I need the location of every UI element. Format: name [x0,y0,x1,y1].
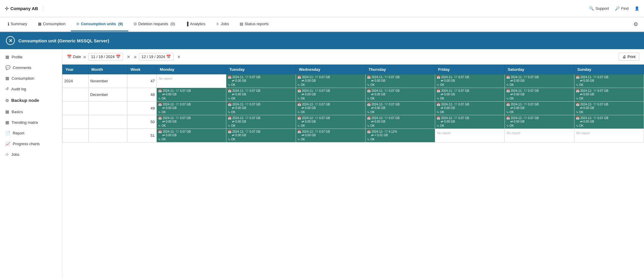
day-cell-tuesday[interactable]: 📅 2024-11- 🛡 0.07 GB ⇄ 0.00 GB ∿ OK [226,88,296,102]
day-cell-sunday[interactable]: 📅 2024-12- 🛡 0.07 GB ⇄ 0.00 GB ∿ OK [574,102,644,115]
day-cell-sunday[interactable]: 📅 2024-12- 🛡 0.07 GB ⇄ 0.00 GB ∿ OK [574,115,644,129]
day-entry: 📅 2024-12- 🛡 0.07 GB ⇄ 0.00 GB ∿ OK [158,116,225,127]
day-cell-monday[interactable]: 📅 2024-11- 🛡 0.07 GB ⇄ 0.00 GB ∿ OK [157,88,226,102]
sidebar-item-trending-matrix[interactable]: ▦ Trending matrix [0,117,62,128]
sidebar-item-profile[interactable]: ▦ Profile [0,52,62,62]
day-entry: 📅 2024-12- 🛡 0.07 GB ⇄ 0.00 GB ∿ OK [576,116,642,127]
day-entry: 📅 2024-11- 🛡 0.07 GB ⇄ 0.00 GB ∿ OK [437,89,503,100]
day-entry: 📅 2024-12- 🛡 6.12% ⇄ < 0.01 GB ∿ OK [367,130,433,141]
cal-icon: 📅 [506,116,510,120]
gb1-icon: 🛡 [594,76,597,79]
date-from-clear[interactable]: ✕ [126,54,132,59]
day-cell-saturday[interactable]: 📅 2024-12- 🛡 0.07 GB ⇄ 0.00 GB ∿ OK [505,115,574,129]
tab-status-reports[interactable]: ▤ Status reports [234,17,274,31]
tab-analytics[interactable]: ▐ Analytics [180,17,211,31]
day-cell-thursday[interactable]: 📅 2024-12- 🛡 0.07 GB ⇄ 0.00 GB ∿ OK [366,115,435,129]
gb1-icon: 🛡 [454,76,457,79]
day-cell-saturday[interactable]: 📅 2024-11- 🛡 0.07 GB ⇄ 0.00 GB ∿ OK [505,88,574,102]
day-entry: 📅 2024-12- 🛡 0.07 GB ⇄ 0.00 GB ∿ OK [297,130,364,141]
support-button[interactable]: 🔍 Support [589,6,609,11]
month-cell: November [88,74,127,88]
sidebar-item-progress-charts[interactable]: 📈 Progress charts [0,138,62,149]
date-from-value: 11 / 19 / 2024 [91,54,115,59]
week-cell: 48 [127,88,157,102]
sidebar-item-comments[interactable]: 💬 Comments [0,62,62,73]
day-cell-wednesday[interactable]: 📅 2024-12- 🛡 0.07 GB ⇄ 0.00 GB ∿ OK [296,115,366,129]
date-to-input[interactable]: 12 / 19 / 2024 📅 [139,53,174,60]
day-entry: 📅 2024-12- 🛡 0.07 GB ⇄ 0.00 GB ∿ OK [576,103,642,114]
date-next-arrow[interactable]: » [134,54,137,60]
day-cell-tuesday[interactable]: 📅 2024-11- 🛡 0.07 GB ⇄ 0.00 GB ∿ OK [226,74,296,88]
day-cell-saturday[interactable]: 📅 2024-11- 🛡 0.07 GB ⇄ 0.00 GB ∿ OK [505,74,574,88]
day-cell-friday[interactable]: 📅 2024-11- 🛡 0.07 GB ⇄ 0.00 GB ∿ OK [435,88,505,102]
basics-icon: ▦ [5,109,9,114]
day-cell-wednesday[interactable]: 📅 2024-12- 🛡 0.07 GB ⇄ 0.00 GB ∿ OK [296,129,366,142]
settings-button[interactable]: ⚙ [630,17,642,31]
tab-consumption-units[interactable]: ⊹ Consumption units (9) [71,17,128,31]
consumption-icon: ▦ [38,22,41,26]
day-cell-sunday[interactable]: 📅 2024-12- 🛡 0.07 GB ⇄ 0.00 GB ∿ OK [574,88,644,102]
day-cell-thursday[interactable]: 📅 2024-11- 🛡 0.07 GB ⇄ 0.00 GB ∿ OK [366,74,435,88]
col-year: Year [63,65,89,74]
find-button[interactable]: 🔎 Find [615,6,629,11]
day-cell-tuesday[interactable]: 📅 2024-12- 🛡 0.07 GB ⇄ 0.00 GB ∿ OK [226,102,296,115]
sidebar-item-consumption[interactable]: ▦ Consumption [0,73,62,84]
gb1-icon: 🛡 [315,103,318,106]
print-button[interactable]: 🖨 Print [619,53,639,61]
day-entry: 📅 2024-11- 🛡 0.07 GB ⇄ 0.00 GB ∿ OK [506,89,573,100]
sidebar-item-backup-node[interactable]: ⊙ Backup node [0,94,62,106]
user-icon: 👤 [635,6,639,11]
day-cell-wednesday[interactable]: 📅 2024-11- 🛡 0.07 GB ⇄ 0.00 GB ∿ OK [296,74,366,88]
day-cell-sunday[interactable]: 📅 2024-11- 🛡 0.07 GB ⇄ 0.00 GB ∿ OK [574,74,644,88]
gb1-icon: 🛡 [454,89,457,92]
day-cell-friday[interactable]: 📅 2024-12- 🛡 0.07 GB ⇄ 0.00 GB ∿ OK [435,102,505,115]
audit-log-icon: ↺ [5,86,9,91]
day-cell-saturday[interactable]: No report [505,129,574,142]
col-sunday: Sunday [574,65,644,74]
day-cell-friday[interactable]: No report [435,129,505,142]
day-cell-friday[interactable]: 📅 2024-12- 🛡 0.07 GB ⇄ 0.00 GB ∿ OK [435,115,505,129]
gb1-icon: 🛡 [315,76,318,79]
printer-icon: 🖨 [622,54,626,59]
gb1-icon: 🛡 [524,103,527,106]
consumption-sidebar-icon: ▦ [5,76,9,81]
day-cell-sunday[interactable]: No report [574,129,644,142]
tab-consumption[interactable]: ▦ Consumption [33,17,71,31]
sidebar-item-jobs[interactable]: ⊹ Jobs [0,149,62,160]
date-to-clear[interactable]: ✕ [176,54,182,59]
company-logo[interactable]: ⊹ Company AB [5,6,43,11]
sidebar-item-basics[interactable]: ▦ Basics [0,106,62,117]
day-cell-monday[interactable]: No report [157,74,226,88]
user-button[interactable]: 👤 [635,6,639,11]
consumption-units-icon: ⊹ [76,22,79,26]
day-cell-wednesday[interactable]: 📅 2024-12- 🛡 0.07 GB ⇄ 0.00 GB ∿ OK [296,102,366,115]
sidebar-item-report[interactable]: 📄 Report [0,128,62,138]
tab-summary[interactable]: ℹ Summary [2,17,33,31]
cal-icon: 📅 [297,103,301,106]
day-cell-thursday[interactable]: 📅 2024-11- 🛡 0.07 GB ⇄ 0.00 GB ∿ OK [366,88,435,102]
day-entry: 📅 2024-12- 🛡 0.07 GB ⇄ 0.00 GB ∿ OK [228,116,294,127]
day-cell-monday[interactable]: 📅 2024-12- 🛡 0.07 GB ⇄ 0.00 GB ∿ OK [157,115,226,129]
day-cell-friday[interactable]: 📅 2024-11- 🛡 0.07 GB ⇄ 0.00 GB ∿ OK [435,74,505,88]
day-cell-thursday[interactable]: 📅 2024-12- 🛡 6.12% ⇄ < 0.01 GB ∿ OK [366,129,435,142]
day-cell-wednesday[interactable]: 📅 2024-11- 🛡 0.07 GB ⇄ 0.00 GB ∿ OK [296,88,366,102]
gb1-icon: 🛡 [246,76,249,79]
gb1-icon: 🛡 [524,76,527,79]
jobs-sidebar-icon: ⊹ [5,152,9,157]
day-cell-tuesday[interactable]: 📅 2024-12- 🛡 0.07 GB ⇄ 0.00 GB ∿ OK [226,115,296,129]
week-cell: 47 [127,74,157,88]
cal-icon: 📅 [228,76,231,79]
day-cell-monday[interactable]: 📅 2024-12- 🛡 0.07 GB ⇄ 0.00 GB ∿ OK [157,129,226,142]
day-cell-saturday[interactable]: 📅 2024-12- 🛡 0.07 GB ⇄ 0.00 GB ∿ OK [505,102,574,115]
tab-jobs[interactable]: ⊹ Jobs [211,17,234,31]
close-icon[interactable]: ✕ [6,36,15,45]
day-cell-thursday[interactable]: 📅 2024-12- 🛡 0.07 GB ⇄ 0.00 GB ∿ OK [366,102,435,115]
date-from-input[interactable]: 11 / 19 / 2024 📅 [88,53,123,60]
tab-deletion-requests[interactable]: ⊙ Deletion requests (0) [128,17,180,31]
day-entry: 📅 2024-12- 🛡 0.07 GB ⇄ 0.00 GB ∿ OK [228,130,294,141]
day-cell-tuesday[interactable]: 📅 2024-12- 🛡 0.07 GB ⇄ 0.00 GB ∿ OK [226,129,296,142]
day-cell-monday[interactable]: 📅 2024-12- 🛡 0.07 GB ⇄ 0.00 GB ∿ OK [157,102,226,115]
sidebar-item-audit-log[interactable]: ↺ Audit log [0,84,62,94]
date-prev-arrow[interactable]: « [83,54,86,60]
day-entry: 📅 2024-12- 🛡 0.07 GB ⇄ 0.00 GB ∿ OK [576,89,642,100]
